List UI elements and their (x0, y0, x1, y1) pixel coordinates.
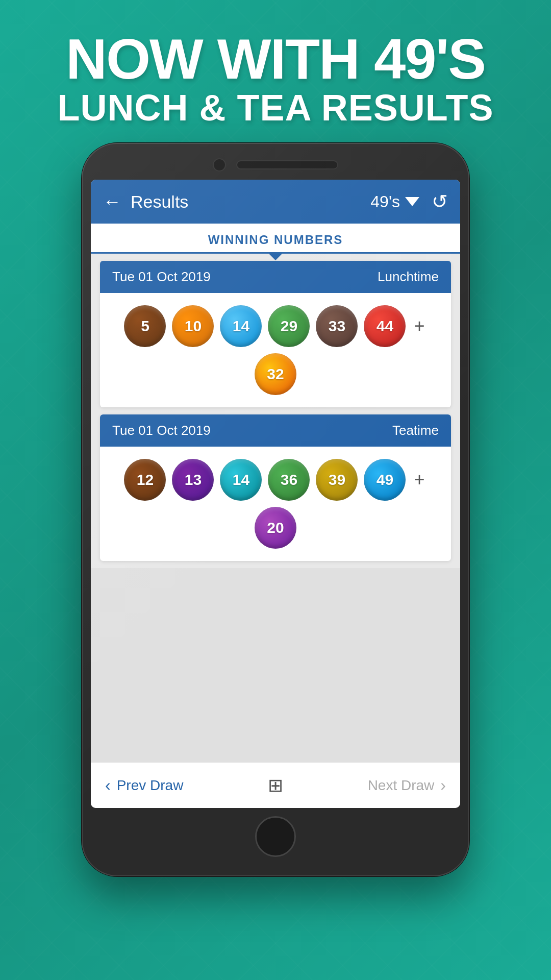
ball-14-tea: 14 (220, 459, 262, 501)
phone-camera (213, 158, 226, 172)
ball-10: 10 (172, 305, 214, 347)
ball-29: 29 (268, 305, 310, 347)
phone-speaker (236, 160, 338, 169)
ball-39: 39 (316, 459, 358, 501)
draw-numbers-teatime: 12 13 14 36 39 49 + 20 (100, 447, 451, 561)
prev-draw-label: Prev Draw (117, 777, 184, 794)
chevron-right-icon: › (440, 776, 446, 795)
chevron-left-icon: ‹ (105, 776, 111, 795)
lottery-dropdown[interactable] (405, 197, 419, 206)
ball-33: 33 (316, 305, 358, 347)
plus-sign-teatime: + (414, 469, 424, 491)
winning-numbers-banner: WINNING NUMBERS (91, 224, 460, 254)
bottom-nav: ‹ Prev Draw ⊞ Next Draw › (91, 762, 460, 808)
results-area: Tue 01 Oct 2019 Lunchtime 5 10 14 29 33 … (91, 254, 460, 568)
next-draw-button[interactable]: Next Draw › (368, 776, 446, 795)
draw-date-teatime: Tue 01 Oct 2019 (112, 423, 211, 438)
next-draw-label: Next Draw (368, 777, 435, 794)
app-navbar: ← Results 49's ↺ (91, 180, 460, 224)
ball-12: 12 (124, 459, 166, 501)
draw-type-teatime: Teatime (392, 423, 439, 438)
prev-draw-button[interactable]: ‹ Prev Draw (105, 776, 183, 795)
ball-44: 44 (364, 305, 406, 347)
header-line1: NOW WITH 49'S (31, 31, 520, 88)
draw-card-lunchtime: Tue 01 Oct 2019 Lunchtime 5 10 14 29 33 … (100, 261, 451, 407)
refresh-button[interactable]: ↺ (432, 190, 448, 213)
calendar-icon: ⊞ (268, 775, 283, 796)
draw-card-header-teatime: Tue 01 Oct 2019 Teatime (100, 414, 451, 447)
draw-numbers-lunchtime: 5 10 14 29 33 44 + 32 (100, 293, 451, 407)
back-button[interactable]: ← (103, 191, 121, 212)
ball-32-bonus: 32 (255, 353, 296, 395)
draw-type-lunchtime: Lunchtime (378, 269, 439, 285)
grey-area (91, 568, 460, 762)
ball-14: 14 (220, 305, 262, 347)
ball-49: 49 (364, 459, 406, 501)
ball-20-bonus: 20 (255, 507, 296, 549)
draw-date-lunchtime: Tue 01 Oct 2019 (112, 269, 211, 285)
ball-13: 13 (172, 459, 214, 501)
phone-screen: ← Results 49's ↺ WINNING NUMBERS Tue 01 … (91, 180, 460, 808)
banner-arrow (267, 252, 284, 260)
ball-5: 5 (124, 305, 166, 347)
ball-36: 36 (268, 459, 310, 501)
home-button[interactable] (255, 816, 296, 857)
plus-sign-lunchtime: + (414, 315, 424, 337)
phone-top (91, 158, 460, 172)
lottery-name: 49's (370, 192, 400, 211)
draw-card-header-lunchtime: Tue 01 Oct 2019 Lunchtime (100, 261, 451, 293)
calendar-button[interactable]: ⊞ (268, 775, 283, 796)
winning-numbers-text: WINNING NUMBERS (208, 233, 343, 247)
header-line2: LUNCH & TEA RESULTS (31, 88, 520, 128)
draw-card-teatime: Tue 01 Oct 2019 Teatime 12 13 14 36 39 4… (100, 414, 451, 561)
navbar-title: Results (131, 192, 370, 212)
header-section: NOW WITH 49'S LUNCH & TEA RESULTS (0, 31, 551, 128)
phone-frame: ← Results 49's ↺ WINNING NUMBERS Tue 01 … (82, 143, 469, 876)
phone-wrapper: ← Results 49's ↺ WINNING NUMBERS Tue 01 … (82, 143, 469, 876)
phone-bottom (91, 816, 460, 857)
